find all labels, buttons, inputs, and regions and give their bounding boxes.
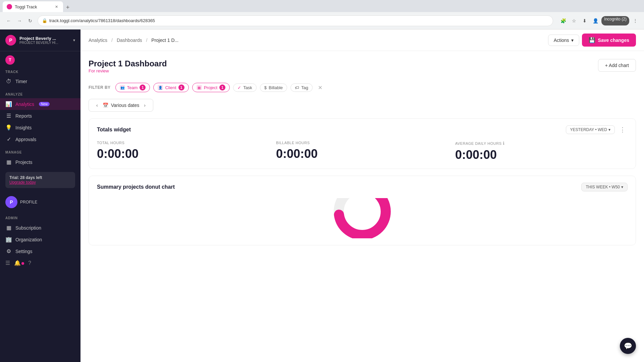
client-filter-icon: 👤	[158, 85, 163, 90]
organization-label: Organization	[15, 237, 42, 242]
billable-hours-label: BILLABLE HOURS	[276, 141, 448, 145]
date-prev-button[interactable]: ‹	[94, 102, 100, 109]
trial-box: Trial: 28 days left Upgrade today	[5, 172, 75, 188]
settings-icon: ⚙	[5, 248, 12, 254]
dashboard-title-group: Project 1 Dashboard For review	[89, 59, 167, 80]
filter-by-label: FILTER BY	[89, 85, 111, 90]
reports-label: Reports	[15, 113, 32, 119]
sidebar-item-timer[interactable]: ⏱ Timer	[0, 76, 80, 87]
save-icon: 💾	[589, 37, 595, 43]
logo-circle: P	[5, 35, 16, 46]
menu-button[interactable]: ⋮	[631, 16, 640, 25]
avg-daily-info-icon[interactable]: ℹ	[503, 141, 505, 146]
project-selector[interactable]: P Project Beverly ... PROJECT BEVERLY HI…	[0, 29, 80, 51]
total-hours-item: TOTAL HOURS 0:00:00	[97, 141, 269, 162]
filter-client-label: Client	[165, 85, 176, 90]
widget-controls: YESTERDAY • WED ▾ ⋮	[566, 125, 628, 134]
project-filter-icon: ▦	[197, 85, 202, 90]
donut-header: Summary projects donut chart THIS WEEK •…	[97, 183, 628, 191]
bookmark-button[interactable]: ☆	[569, 16, 579, 25]
chat-button[interactable]: 💬	[620, 338, 636, 354]
avg-daily-label: AVERAGE DAILY HOURS ℹ	[455, 141, 628, 146]
project-filter-count: 1	[219, 84, 225, 90]
profile-button[interactable]: 👤	[591, 16, 600, 25]
project-chevron-icon[interactable]: ▾	[73, 38, 75, 43]
totals-widget: Totals widget YESTERDAY • WED ▾ ⋮ TOTAL …	[89, 118, 636, 169]
billable-hours-value: 0:00:00	[276, 147, 448, 161]
profile-label: PROFILE	[20, 200, 37, 204]
project-name: Project Beverly ...	[19, 36, 58, 41]
widget-date-chevron-icon: ▾	[608, 127, 610, 132]
notification-icon[interactable]: 🔔	[14, 260, 24, 266]
filter-chip-client[interactable]: 👤 Client 1	[153, 83, 189, 92]
sidebar-item-analytics[interactable]: 📊 Analytics New	[0, 98, 80, 110]
back-button[interactable]: ←	[4, 16, 13, 25]
actions-button[interactable]: Actions ▾	[548, 35, 579, 46]
task-checkbox-icon: ✓	[237, 85, 241, 90]
sidebar-item-insights[interactable]: 💡 Insights	[0, 122, 80, 133]
week-badge-label: THIS WEEK • W50	[586, 185, 620, 189]
timer-icon: ⏱	[5, 78, 12, 84]
active-tab[interactable]: Toggl Track ✕	[3, 1, 63, 12]
save-changes-button[interactable]: 💾 Save changes	[582, 34, 636, 47]
trial-section: Trial: 28 days left Upgrade today	[0, 168, 80, 196]
profile-row[interactable]: P PROFILE	[0, 196, 80, 211]
url-text: track.toggl.com/analytics/7861318/dashbo…	[49, 18, 155, 23]
tab-title: Toggl Track	[15, 4, 37, 9]
forward-button[interactable]: →	[15, 16, 24, 25]
filter-tag-label: Tag	[301, 85, 308, 90]
help-icon[interactable]: ?	[28, 260, 31, 266]
trial-text: Trial: 28 days left	[9, 175, 71, 180]
filter-chip-project[interactable]: ▦ Project 1	[192, 83, 230, 92]
filter-chip-task[interactable]: ✓ Task	[233, 83, 257, 92]
menu-collapse-icon[interactable]: ☰	[5, 260, 10, 266]
breadcrumb-analytics[interactable]: Analytics	[89, 38, 107, 43]
sidebar-bottom-icons: ☰ 🔔 ?	[0, 257, 80, 269]
extensions-button[interactable]: 🧩	[558, 16, 568, 25]
sidebar-item-settings[interactable]: ⚙ Settings	[0, 245, 80, 257]
browser-nav-buttons: ← → ↻	[4, 16, 35, 25]
filter-team-label: Team	[127, 85, 138, 90]
filter-clear-button[interactable]: ✕	[316, 84, 324, 92]
refresh-button[interactable]: ↻	[25, 16, 35, 25]
donut-chart-container	[97, 198, 628, 238]
sidebar-item-approvals[interactable]: ✓ Approvals	[0, 133, 80, 145]
filter-chip-team[interactable]: 👥 Team 1	[115, 83, 150, 92]
new-tab-button[interactable]: +	[63, 3, 72, 12]
filter-chip-billable[interactable]: $ Billable	[260, 83, 287, 92]
filter-project-label: Project	[204, 85, 217, 90]
filter-row: FILTER BY 👥 Team 1 👤 Client 1 ▦ Project …	[89, 83, 636, 92]
organization-icon: 🏢	[5, 236, 12, 243]
tag-icon: 🏷	[295, 85, 299, 90]
week-badge-button[interactable]: THIS WEEK • W50 ▾	[581, 183, 628, 191]
lock-icon: 🔒	[42, 18, 47, 23]
dashboard-content: Project 1 Dashboard For review + Add cha…	[80, 51, 644, 362]
settings-label: Settings	[15, 249, 33, 254]
donut-chart-title: Summary projects donut chart	[97, 184, 175, 190]
upgrade-link[interactable]: Upgrade today	[9, 180, 71, 185]
actions-label: Actions	[554, 38, 569, 43]
notification-dot	[21, 262, 24, 265]
week-badge-chevron-icon: ▾	[621, 185, 623, 189]
add-chart-button[interactable]: + Add chart	[598, 59, 636, 72]
totals-widget-title: Totals widget	[97, 127, 131, 133]
download-button[interactable]: ⬇	[580, 16, 589, 25]
breadcrumb-dashboards[interactable]: Dashboards	[117, 38, 142, 43]
billable-icon: $	[264, 85, 267, 90]
sidebar-item-organization[interactable]: 🏢 Organization	[0, 234, 80, 245]
sidebar-item-subscription[interactable]: ▦ Subscription	[0, 222, 80, 234]
filter-chip-tag[interactable]: 🏷 Tag	[290, 83, 313, 92]
project-sub: PROJECT BEVERLY HI...	[19, 41, 58, 45]
address-bar[interactable]: 🔒 track.toggl.com/analytics/7861318/dash…	[38, 15, 553, 26]
sidebar-item-projects[interactable]: ▦ Projects	[0, 156, 80, 168]
subscription-label: Subscription	[15, 225, 41, 231]
date-next-button[interactable]: ›	[142, 102, 148, 109]
admin-section-label: ADMIN	[0, 211, 80, 222]
sidebar-item-reports[interactable]: ☰ Reports	[0, 110, 80, 122]
tab-close-button[interactable]: ✕	[54, 4, 59, 9]
calendar-icon: 📅	[103, 103, 108, 108]
widget-more-button[interactable]: ⋮	[618, 125, 628, 134]
date-picker[interactable]: ‹ 📅 Various dates ›	[89, 99, 153, 112]
widget-date-button[interactable]: YESTERDAY • WED ▾	[566, 125, 615, 134]
dashboard-title-row: Project 1 Dashboard For review + Add cha…	[89, 59, 636, 80]
